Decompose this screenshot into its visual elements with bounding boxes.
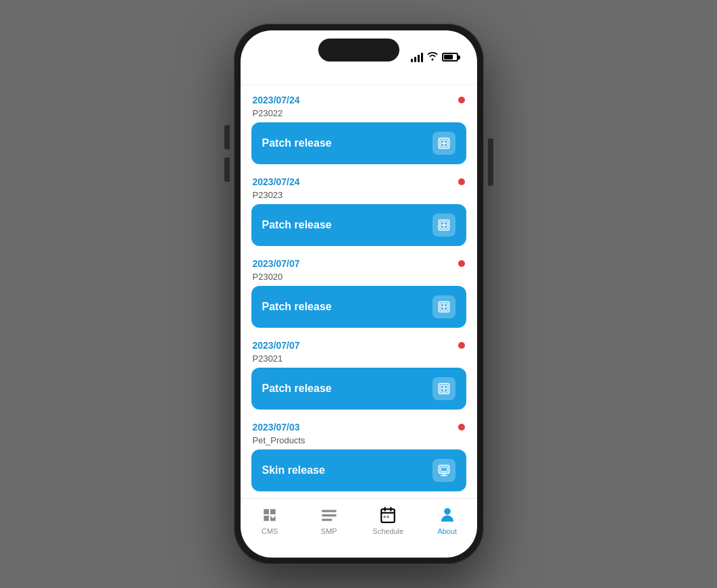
- announcement-list: 2023/07/24P23022Patch release2023/07/24P…: [241, 85, 477, 498]
- item-label: Patch release: [262, 219, 332, 231]
- about-icon: [438, 506, 457, 524]
- patch-icon: [432, 295, 455, 318]
- bottom-nav: CMSSMPScheduleAbout: [241, 498, 477, 558]
- battery-icon: [442, 53, 458, 62]
- announcement-card[interactable]: Patch release: [251, 122, 466, 164]
- svg-rect-9: [441, 467, 447, 472]
- item-meta: 2023/07/03: [251, 418, 466, 434]
- item-label: Patch release: [262, 137, 332, 149]
- phone-frame: 2023/07/24P23022Patch release2023/07/24P…: [234, 24, 484, 564]
- svg-rect-14: [384, 516, 386, 518]
- phone-screen: 2023/07/24P23022Patch release2023/07/24P…: [241, 30, 477, 558]
- list-item: 2023/07/07P23021Patch release: [251, 336, 466, 410]
- volume-up-button: [224, 125, 230, 149]
- patch-icon: [432, 377, 455, 400]
- item-id: Pet_Products: [251, 434, 466, 449]
- unread-dot: [458, 97, 465, 103]
- volume-down-button: [224, 157, 230, 182]
- smp-icon: [320, 506, 339, 524]
- svg-point-16: [444, 508, 450, 514]
- app-header: [241, 68, 477, 85]
- announcement-card[interactable]: Skin release: [251, 449, 466, 491]
- nav-item-smp[interactable]: SMP: [305, 506, 353, 535]
- list-item: 2023/07/24P23022Patch release: [251, 91, 466, 164]
- list-item: 2023/07/24P23023Patch release: [251, 172, 466, 246]
- item-id: P23020: [251, 270, 466, 286]
- item-date: 2023/07/07: [253, 258, 300, 269]
- patch-icon: [432, 132, 455, 155]
- item-meta: 2023/07/07: [251, 336, 466, 352]
- announcement-card[interactable]: Patch release: [251, 368, 466, 410]
- power-button: [488, 139, 493, 186]
- item-label: Patch release: [262, 301, 332, 313]
- item-id: P23023: [251, 189, 466, 204]
- skin-icon: [432, 459, 455, 482]
- unread-dot: [458, 342, 465, 349]
- signal-icon: [411, 53, 423, 62]
- svg-rect-11: [322, 514, 337, 516]
- announcement-card[interactable]: Patch release: [251, 204, 466, 246]
- item-meta: 2023/07/24: [251, 91, 466, 107]
- item-date: 2023/07/24: [253, 176, 300, 187]
- nav-label: CMS: [262, 527, 278, 535]
- unread-dot: [458, 424, 465, 431]
- nav-label: About: [437, 527, 457, 535]
- nav-label: Schedule: [372, 527, 403, 535]
- wifi-icon: [427, 51, 438, 63]
- unread-dot: [458, 260, 465, 267]
- schedule-icon: [378, 506, 397, 524]
- item-id: P23021: [251, 352, 466, 368]
- item-id: P23022: [251, 107, 466, 122]
- unread-dot: [458, 178, 465, 185]
- announcement-card[interactable]: Patch release: [251, 286, 466, 328]
- dynamic-island: [318, 39, 399, 62]
- nav-item-about[interactable]: About: [424, 506, 471, 535]
- list-item: 2023/07/03Pet_ProductsSkin release: [251, 418, 466, 491]
- item-date: 2023/07/03: [253, 422, 300, 433]
- cms-icon: [260, 506, 279, 524]
- item-date: 2023/07/24: [253, 95, 300, 105]
- svg-rect-15: [387, 516, 389, 518]
- item-meta: 2023/07/07: [251, 254, 466, 270]
- svg-rect-13: [382, 509, 395, 522]
- nav-item-cms[interactable]: CMS: [246, 506, 293, 535]
- nav-item-schedule[interactable]: Schedule: [364, 506, 412, 535]
- item-meta: 2023/07/24: [251, 172, 466, 189]
- svg-rect-12: [322, 518, 332, 520]
- patch-icon: [432, 214, 455, 237]
- svg-rect-10: [322, 510, 337, 512]
- status-icons: [411, 51, 458, 63]
- nav-label: SMP: [321, 527, 337, 535]
- item-label: Patch release: [262, 383, 332, 395]
- item-date: 2023/07/07: [253, 340, 300, 351]
- item-label: Skin release: [262, 464, 325, 476]
- list-item: 2023/07/07P23020Patch release: [251, 254, 466, 328]
